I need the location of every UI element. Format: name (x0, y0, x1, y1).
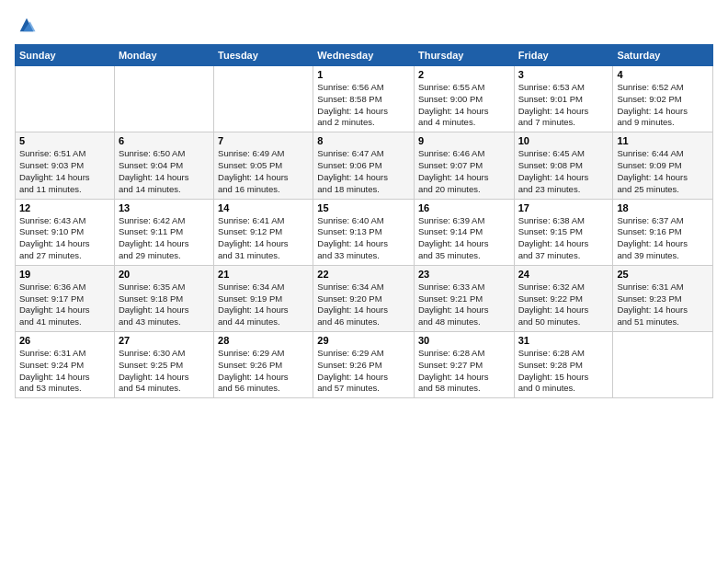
calendar-body: 1Sunrise: 6:56 AM Sunset: 8:58 PM Daylig… (16, 66, 713, 398)
day-info: Sunrise: 6:49 AM Sunset: 9:05 PM Dayligh… (218, 148, 309, 195)
day-cell: 12Sunrise: 6:43 AM Sunset: 9:10 PM Dayli… (16, 199, 115, 265)
day-number: 10 (518, 135, 609, 146)
day-cell (214, 66, 313, 132)
week-row-1: 5Sunrise: 6:51 AM Sunset: 9:03 PM Daylig… (16, 132, 713, 199)
day-cell: 15Sunrise: 6:40 AM Sunset: 9:13 PM Dayli… (313, 199, 415, 265)
week-row-2: 12Sunrise: 6:43 AM Sunset: 9:10 PM Dayli… (16, 199, 713, 265)
day-cell: 24Sunrise: 6:32 AM Sunset: 9:22 PM Dayli… (514, 265, 613, 331)
day-cell: 30Sunrise: 6:28 AM Sunset: 9:27 PM Dayli… (414, 332, 514, 398)
day-cell: 26Sunrise: 6:31 AM Sunset: 9:24 PM Dayli… (16, 332, 115, 398)
day-number: 11 (617, 135, 709, 146)
day-cell: 8Sunrise: 6:47 AM Sunset: 9:06 PM Daylig… (313, 132, 415, 199)
day-number: 9 (418, 135, 510, 146)
header (15, 15, 713, 35)
day-info: Sunrise: 6:37 AM Sunset: 9:16 PM Dayligh… (617, 215, 709, 262)
day-number: 5 (19, 135, 110, 146)
day-number: 17 (518, 202, 609, 213)
day-info: Sunrise: 6:35 AM Sunset: 9:18 PM Dayligh… (119, 282, 210, 328)
day-number: 18 (617, 202, 709, 213)
day-number: 25 (617, 269, 709, 280)
day-info: Sunrise: 6:43 AM Sunset: 9:10 PM Dayligh… (19, 215, 110, 262)
day-cell: 28Sunrise: 6:29 AM Sunset: 9:26 PM Dayli… (214, 332, 313, 398)
day-cell: 22Sunrise: 6:34 AM Sunset: 9:20 PM Dayli… (313, 265, 415, 331)
header-cell-friday: Friday (514, 45, 613, 66)
day-number: 8 (317, 135, 410, 146)
day-number: 14 (218, 202, 309, 213)
day-cell: 18Sunrise: 6:37 AM Sunset: 9:16 PM Dayli… (613, 199, 713, 265)
day-info: Sunrise: 6:31 AM Sunset: 9:24 PM Dayligh… (19, 348, 110, 395)
day-cell: 29Sunrise: 6:29 AM Sunset: 9:26 PM Dayli… (313, 332, 415, 398)
day-cell: 27Sunrise: 6:30 AM Sunset: 9:25 PM Dayli… (114, 332, 213, 398)
day-info: Sunrise: 6:34 AM Sunset: 9:20 PM Dayligh… (317, 282, 410, 328)
page: SundayMondayTuesdayWednesdayThursdayFrid… (0, 0, 728, 563)
day-cell: 14Sunrise: 6:41 AM Sunset: 9:12 PM Dayli… (214, 199, 313, 265)
day-info: Sunrise: 6:52 AM Sunset: 9:02 PM Dayligh… (617, 82, 709, 129)
header-row: SundayMondayTuesdayWednesdayThursdayFrid… (16, 45, 713, 66)
day-number: 29 (317, 335, 410, 346)
day-number: 1 (317, 69, 410, 80)
day-info: Sunrise: 6:38 AM Sunset: 9:15 PM Dayligh… (518, 215, 609, 262)
header-cell-thursday: Thursday (414, 45, 514, 66)
week-row-0: 1Sunrise: 6:56 AM Sunset: 8:58 PM Daylig… (16, 66, 713, 132)
day-number: 4 (617, 69, 709, 80)
day-number: 7 (218, 135, 309, 146)
day-number: 28 (218, 335, 309, 346)
day-info: Sunrise: 6:36 AM Sunset: 9:17 PM Dayligh… (19, 282, 110, 328)
day-cell: 21Sunrise: 6:34 AM Sunset: 9:19 PM Dayli… (214, 265, 313, 331)
day-info: Sunrise: 6:55 AM Sunset: 9:00 PM Dayligh… (418, 82, 510, 129)
day-number: 2 (418, 69, 510, 80)
day-cell: 23Sunrise: 6:33 AM Sunset: 9:21 PM Dayli… (414, 265, 514, 331)
day-number: 15 (317, 202, 410, 213)
day-cell (613, 332, 713, 398)
day-cell: 10Sunrise: 6:45 AM Sunset: 9:08 PM Dayli… (514, 132, 613, 199)
day-cell: 4Sunrise: 6:52 AM Sunset: 9:02 PM Daylig… (613, 66, 713, 132)
day-cell: 13Sunrise: 6:42 AM Sunset: 9:11 PM Dayli… (114, 199, 213, 265)
day-cell: 19Sunrise: 6:36 AM Sunset: 9:17 PM Dayli… (16, 265, 115, 331)
day-info: Sunrise: 6:33 AM Sunset: 9:21 PM Dayligh… (418, 282, 510, 328)
day-cell (16, 66, 115, 132)
day-cell: 5Sunrise: 6:51 AM Sunset: 9:03 PM Daylig… (16, 132, 115, 199)
day-number: 31 (518, 335, 609, 346)
day-number: 19 (19, 269, 110, 280)
logo (15, 15, 37, 35)
day-cell: 25Sunrise: 6:31 AM Sunset: 9:23 PM Dayli… (613, 265, 713, 331)
day-number: 20 (119, 269, 210, 280)
day-info: Sunrise: 6:28 AM Sunset: 9:28 PM Dayligh… (518, 348, 609, 395)
day-info: Sunrise: 6:47 AM Sunset: 9:06 PM Dayligh… (317, 148, 410, 195)
day-cell: 9Sunrise: 6:46 AM Sunset: 9:07 PM Daylig… (414, 132, 514, 199)
day-info: Sunrise: 6:34 AM Sunset: 9:19 PM Dayligh… (218, 282, 309, 328)
day-cell: 2Sunrise: 6:55 AM Sunset: 9:00 PM Daylig… (414, 66, 514, 132)
day-cell: 20Sunrise: 6:35 AM Sunset: 9:18 PM Dayli… (114, 265, 213, 331)
day-number: 13 (119, 202, 210, 213)
day-info: Sunrise: 6:46 AM Sunset: 9:07 PM Dayligh… (418, 148, 510, 195)
day-number: 22 (317, 269, 410, 280)
day-cell (114, 66, 213, 132)
day-info: Sunrise: 6:28 AM Sunset: 9:27 PM Dayligh… (418, 348, 510, 395)
day-number: 24 (518, 269, 609, 280)
header-cell-tuesday: Tuesday (214, 45, 313, 66)
day-info: Sunrise: 6:51 AM Sunset: 9:03 PM Dayligh… (19, 148, 110, 195)
calendar: SundayMondayTuesdayWednesdayThursdayFrid… (15, 44, 713, 398)
day-info: Sunrise: 6:53 AM Sunset: 9:01 PM Dayligh… (518, 82, 609, 129)
day-cell: 17Sunrise: 6:38 AM Sunset: 9:15 PM Dayli… (514, 199, 613, 265)
day-cell: 31Sunrise: 6:28 AM Sunset: 9:28 PM Dayli… (514, 332, 613, 398)
day-info: Sunrise: 6:56 AM Sunset: 8:58 PM Dayligh… (317, 82, 410, 129)
day-cell: 7Sunrise: 6:49 AM Sunset: 9:05 PM Daylig… (214, 132, 313, 199)
header-cell-monday: Monday (114, 45, 213, 66)
day-number: 6 (119, 135, 210, 146)
day-info: Sunrise: 6:32 AM Sunset: 9:22 PM Dayligh… (518, 282, 609, 328)
day-cell: 1Sunrise: 6:56 AM Sunset: 8:58 PM Daylig… (313, 66, 415, 132)
day-info: Sunrise: 6:42 AM Sunset: 9:11 PM Dayligh… (119, 215, 210, 262)
day-number: 3 (518, 69, 609, 80)
day-info: Sunrise: 6:31 AM Sunset: 9:23 PM Dayligh… (617, 282, 709, 328)
day-number: 26 (19, 335, 110, 346)
day-number: 23 (418, 269, 510, 280)
day-number: 21 (218, 269, 309, 280)
day-info: Sunrise: 6:30 AM Sunset: 9:25 PM Dayligh… (119, 348, 210, 395)
day-cell: 16Sunrise: 6:39 AM Sunset: 9:14 PM Dayli… (414, 199, 514, 265)
week-row-4: 26Sunrise: 6:31 AM Sunset: 9:24 PM Dayli… (16, 332, 713, 398)
day-cell: 6Sunrise: 6:50 AM Sunset: 9:04 PM Daylig… (114, 132, 213, 199)
day-info: Sunrise: 6:45 AM Sunset: 9:08 PM Dayligh… (518, 148, 609, 195)
day-cell: 11Sunrise: 6:44 AM Sunset: 9:09 PM Dayli… (613, 132, 713, 199)
header-cell-saturday: Saturday (613, 45, 713, 66)
